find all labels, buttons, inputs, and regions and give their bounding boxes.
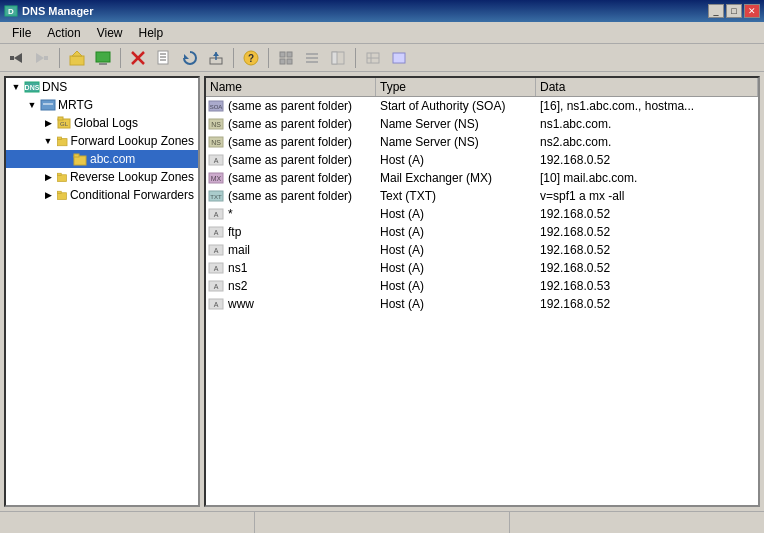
row-data: 192.168.0.52	[536, 242, 758, 258]
row-icon: A	[208, 260, 224, 276]
up-button[interactable]	[65, 47, 89, 69]
console-button[interactable]	[91, 47, 115, 69]
tree-item-forward-lookup[interactable]: ▼ Forward Lookup Zones	[6, 132, 198, 150]
row-icon: A	[208, 296, 224, 312]
svg-text:?: ?	[248, 53, 254, 64]
delete-icon	[130, 50, 146, 66]
list-header: Name Type Data	[206, 78, 758, 97]
row-data: 192.168.0.53	[536, 278, 758, 294]
svg-rect-30	[332, 52, 337, 64]
list-row[interactable]: NS (same as parent folder) Name Server (…	[206, 133, 758, 151]
svg-text:NS: NS	[211, 139, 221, 146]
row-name: (same as parent folder)	[224, 116, 376, 132]
list-row[interactable]: SOA (same as parent folder) Start of Aut…	[206, 97, 758, 115]
list-row[interactable]: TXT (same as parent folder) Text (TXT) v…	[206, 187, 758, 205]
tree-item-mrtg[interactable]: ▼ MRTG	[6, 96, 198, 114]
properties-button[interactable]	[152, 47, 176, 69]
menu-view[interactable]: View	[89, 24, 131, 42]
row-data: ns2.abc.com.	[536, 134, 758, 150]
svg-text:A: A	[214, 265, 219, 272]
tree-label-abc-com: abc.com	[90, 152, 135, 166]
list-row[interactable]: A ns1 Host (A) 192.168.0.52	[206, 259, 758, 277]
list-row[interactable]: A * Host (A) 192.168.0.52	[206, 205, 758, 223]
status-section-2	[255, 512, 510, 533]
svg-marker-7	[72, 51, 82, 56]
row-data: [16], ns1.abc.com., hostma...	[536, 98, 758, 114]
header-type[interactable]: Type	[376, 78, 536, 96]
tree-item-conditional-forwarders[interactable]: ▶ Conditional Forwarders	[6, 186, 198, 204]
status-section-1	[0, 512, 255, 533]
menu-action[interactable]: Action	[39, 24, 88, 42]
row-icon: TXT	[208, 188, 224, 204]
row-name: (same as parent folder)	[224, 152, 376, 168]
row-data: 192.168.0.52	[536, 260, 758, 276]
list-body: SOA (same as parent folder) Start of Aut…	[206, 97, 758, 313]
dns-root-icon: DNS	[24, 80, 40, 94]
menu-file[interactable]: File	[4, 24, 39, 42]
list-row[interactable]: A ns2 Host (A) 192.168.0.53	[206, 277, 758, 295]
tree-pane[interactable]: ▼ DNS DNS ▼ MRTG ▶ GL Global Logs	[4, 76, 200, 507]
row-data: 192.168.0.52	[536, 152, 758, 168]
filter2-button[interactable]	[387, 47, 411, 69]
header-data[interactable]: Data	[536, 78, 758, 96]
row-type: Start of Authority (SOA)	[376, 98, 536, 114]
menu-help[interactable]: Help	[131, 24, 172, 42]
list-row[interactable]: A www Host (A) 192.168.0.52	[206, 295, 758, 313]
list-row[interactable]: A (same as parent folder) Host (A) 192.1…	[206, 151, 758, 169]
tree-expand-mrtg[interactable]: ▼	[24, 97, 40, 113]
row-type: Name Server (NS)	[376, 116, 536, 132]
list-row[interactable]: MX (same as parent folder) Mail Exchange…	[206, 169, 758, 187]
row-name: mail	[224, 242, 376, 258]
tree-item-dns[interactable]: ▼ DNS DNS	[6, 78, 198, 96]
minimize-button[interactable]: _	[708, 4, 724, 18]
tree-label-reverse-lookup: Reverse Lookup Zones	[70, 170, 194, 184]
row-type: Text (TXT)	[376, 188, 536, 204]
list-pane[interactable]: Name Type Data SOA (same as parent folde…	[204, 76, 760, 507]
back-icon	[8, 51, 24, 65]
row-icon: A	[208, 224, 224, 240]
tree-item-reverse-lookup[interactable]: ▶ Reverse Lookup Zones	[6, 168, 198, 186]
tree-item-abc-com[interactable]: ▶ abc.com	[6, 150, 198, 168]
filter1-button[interactable]	[361, 47, 385, 69]
tree-label-dns: DNS	[42, 80, 67, 94]
zone-icon	[72, 152, 88, 166]
view3-button[interactable]	[326, 47, 350, 69]
maximize-button[interactable]: □	[726, 4, 742, 18]
row-type: Host (A)	[376, 224, 536, 240]
row-icon: NS	[208, 134, 224, 150]
tree-expand-global-logs[interactable]: ▶	[40, 115, 56, 131]
tree-expand-reverse-lookup[interactable]: ▶	[40, 169, 56, 185]
tree-item-global-logs[interactable]: ▶ GL Global Logs	[6, 114, 198, 132]
view2-button[interactable]	[300, 47, 324, 69]
delete-button[interactable]	[126, 47, 150, 69]
list-row[interactable]: A ftp Host (A) 192.168.0.52	[206, 223, 758, 241]
refresh-icon	[182, 50, 198, 66]
row-name: ns1	[224, 260, 376, 276]
view1-button[interactable]	[274, 47, 298, 69]
row-data: v=spf1 a mx -all	[536, 188, 758, 204]
svg-rect-25	[287, 59, 292, 64]
window-controls[interactable]: _ □ ✕	[708, 4, 760, 18]
header-name[interactable]: Name	[206, 78, 376, 96]
back-button[interactable]	[4, 47, 28, 69]
list-row[interactable]: NS (same as parent folder) Name Server (…	[206, 115, 758, 133]
tree-expand-forward-lookup[interactable]: ▼	[40, 133, 56, 149]
svg-rect-45	[74, 154, 79, 157]
help-button[interactable]: ?	[239, 47, 263, 69]
refresh-button[interactable]	[178, 47, 202, 69]
view1-icon	[279, 51, 293, 65]
tree-expand-dns[interactable]: ▼	[8, 79, 24, 95]
export-button[interactable]	[204, 47, 228, 69]
svg-rect-28	[306, 61, 318, 63]
view3-icon	[331, 51, 345, 65]
row-name: (same as parent folder)	[224, 98, 376, 114]
close-button[interactable]: ✕	[744, 4, 760, 18]
row-name: (same as parent folder)	[224, 170, 376, 186]
svg-text:GL: GL	[60, 121, 69, 127]
svg-text:A: A	[214, 283, 219, 290]
forward-button[interactable]	[30, 47, 54, 69]
list-row[interactable]: A mail Host (A) 192.168.0.52	[206, 241, 758, 259]
tree-expand-conditional-forwarders[interactable]: ▶	[40, 187, 56, 203]
row-data: 192.168.0.52	[536, 224, 758, 240]
row-type: Host (A)	[376, 206, 536, 222]
